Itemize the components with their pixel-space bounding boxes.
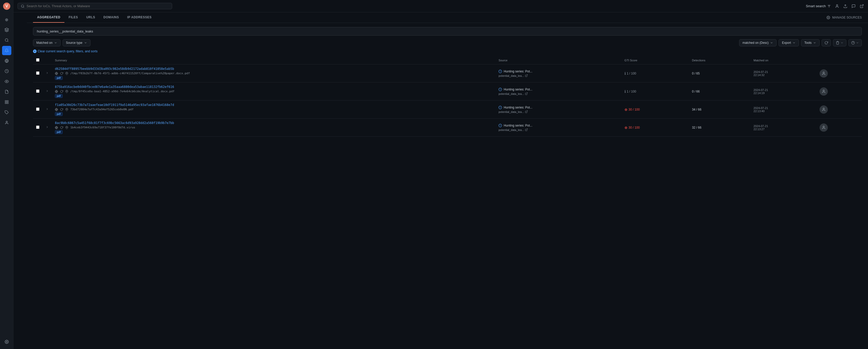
topbar-right: Smart search bbox=[806, 4, 864, 8]
matched-on-filter-btn[interactable]: Matched on bbox=[33, 39, 61, 46]
main-content: AGGREGATED FILES URLS DOMAINS IP ADDRESS… bbox=[27, 12, 868, 349]
detections-col-header: Detections bbox=[689, 56, 750, 64]
detections-cell: 32 / 66 bbox=[689, 119, 750, 137]
sidebar-eye-icon[interactable] bbox=[2, 77, 11, 86]
chevron-down-icon bbox=[54, 41, 57, 44]
score-low-icon: ℹ bbox=[624, 90, 626, 94]
summary-meta: 1b4ceb3f9443c69a718f37fe100f8d7d.virus bbox=[55, 126, 492, 129]
tab-ip-addresses[interactable]: IP ADDRESSES bbox=[123, 12, 156, 23]
sidebar-globe-icon[interactable] bbox=[2, 56, 11, 65]
expand-cell bbox=[42, 64, 52, 83]
matched-date: 2024-07-21 bbox=[753, 106, 813, 109]
summary-meta: /tmp/f03b2b7f-0b7d-45f1-adbb-c46f411520f… bbox=[55, 72, 492, 75]
tools-btn[interactable]: Tools bbox=[801, 39, 819, 46]
chevron-down-icon bbox=[840, 41, 843, 44]
sidebar-settings-icon[interactable] bbox=[2, 337, 11, 346]
export-btn[interactable]: Export bbox=[779, 39, 799, 46]
globe-icon bbox=[55, 90, 58, 93]
row-checkbox[interactable] bbox=[36, 90, 39, 93]
tab-urls[interactable]: URLS bbox=[82, 12, 99, 23]
tab-aggregated[interactable]: AGGREGATED bbox=[33, 12, 64, 23]
manage-sources-btn[interactable]: MANAGE SOURCES bbox=[827, 16, 862, 19]
globe-icon bbox=[55, 72, 58, 75]
global-search-input[interactable] bbox=[27, 4, 169, 8]
sidebar-tag-icon[interactable] bbox=[2, 108, 11, 117]
sort-btn[interactable]: matched on (Desc) bbox=[739, 39, 776, 46]
row-checkbox-cell bbox=[33, 64, 42, 83]
external-link-icon[interactable] bbox=[525, 128, 528, 131]
refresh-btn[interactable] bbox=[822, 39, 831, 46]
row-checkbox[interactable] bbox=[36, 107, 39, 111]
clear-filter-link[interactable]: ✕ Clear current search query, filters, a… bbox=[33, 50, 862, 53]
select-all-col bbox=[33, 56, 42, 64]
gti-score-cell: ⊕ 30 / 100 bbox=[621, 100, 689, 119]
source-label[interactable]: Hunting series: Pot... bbox=[504, 88, 532, 91]
chevron-down-icon bbox=[813, 41, 816, 44]
row-checkbox[interactable] bbox=[36, 71, 39, 75]
source-label[interactable]: Hunting series: Pot... bbox=[504, 106, 532, 109]
sidebar-search-icon[interactable] bbox=[2, 36, 11, 45]
svg-point-49 bbox=[823, 126, 824, 127]
source-type-filter-btn[interactable]: Source type bbox=[63, 39, 90, 46]
source-icon bbox=[498, 70, 502, 73]
table-row: d625844ff88957beebb9d33d3ba093c982e58db9… bbox=[33, 64, 862, 83]
app-logo[interactable]: V bbox=[3, 2, 11, 10]
gti-score-value: ⊕ 30 / 100 bbox=[624, 126, 686, 130]
sidebar-document-icon[interactable] bbox=[2, 87, 11, 96]
user-avatar-icon bbox=[822, 71, 826, 75]
hash-value[interactable]: 875ba916acbe0dd40fbced87e6a4e1a35aaa6880… bbox=[55, 85, 492, 89]
help-btn[interactable] bbox=[848, 39, 862, 46]
external-link-icon[interactable] bbox=[525, 74, 528, 77]
avatar-cell bbox=[816, 119, 862, 137]
chat-icon-btn[interactable] bbox=[851, 4, 856, 8]
matched-date: 2024-07-21 bbox=[753, 125, 813, 128]
svg-point-7 bbox=[6, 81, 7, 82]
source-label[interactable]: Hunting series: Pot... bbox=[504, 124, 532, 127]
refresh-small-icon bbox=[60, 126, 63, 129]
sidebar-bell-icon[interactable] bbox=[2, 46, 11, 55]
detections-cell: 0 / 66 bbox=[689, 83, 750, 100]
person-icon-btn[interactable] bbox=[835, 4, 839, 8]
arrow-right-icon bbox=[45, 126, 49, 129]
global-search-bar[interactable] bbox=[18, 3, 172, 9]
results-table-container: Summary Source GTI Score Detections Matc bbox=[33, 56, 862, 137]
smart-search-button[interactable]: Smart search bbox=[806, 4, 831, 8]
matched-on-cell: 2024-07-21 22:14:32 bbox=[750, 64, 816, 83]
gti-score-cell: ⊕ 30 / 100 bbox=[621, 119, 689, 137]
hash-value[interactable]: 8ac9b8c6867c5a451f68c81f7f3c69bc5663ac6d… bbox=[55, 121, 492, 125]
avatar bbox=[819, 87, 828, 96]
avatar bbox=[819, 124, 828, 132]
hash-value[interactable]: f1a05a30d26c73b7a72aaefeae10df1911f9a514… bbox=[55, 103, 492, 107]
svg-line-30 bbox=[526, 74, 528, 76]
sidebar-history-icon[interactable] bbox=[2, 66, 11, 76]
sidebar-user-circle-icon[interactable] bbox=[2, 118, 11, 127]
hash-value[interactable]: d625844ff88957beebb9d33d3ba093c982e58db9… bbox=[55, 67, 492, 71]
user-avatar-icon bbox=[822, 126, 826, 130]
tab-files[interactable]: FILES bbox=[64, 12, 82, 23]
svg-line-3 bbox=[7, 41, 8, 42]
expand-cell bbox=[42, 119, 52, 137]
matched-on-cell: 2024-07-21 22:13:40 bbox=[750, 100, 816, 119]
gti-score-col-header: GTI Score bbox=[621, 56, 689, 64]
sidebar-grid-icon[interactable] bbox=[2, 97, 11, 107]
tab-domains[interactable]: DOMAINS bbox=[99, 12, 123, 23]
row-checkbox[interactable] bbox=[36, 126, 39, 129]
upload-icon-btn[interactable] bbox=[843, 4, 847, 8]
ruleset-search-field[interactable]: hunting_series__potential_data_leaks bbox=[33, 27, 862, 36]
external-link-icon-btn[interactable] bbox=[860, 4, 864, 8]
gti-score-value: ⊕ 30 / 100 bbox=[624, 107, 686, 112]
matched-on-cell: 2024-07-21 22:13:27 bbox=[750, 119, 816, 137]
external-link-icon[interactable] bbox=[525, 110, 528, 113]
svg-rect-10 bbox=[7, 102, 8, 104]
source-label[interactable]: Hunting series: Pot... bbox=[504, 70, 532, 73]
detections-value: 34 / 66 bbox=[692, 108, 702, 112]
gti-score-value: ℹ 1 / 100 bbox=[624, 90, 686, 94]
delete-btn[interactable] bbox=[833, 39, 846, 46]
select-all-checkbox[interactable] bbox=[36, 58, 39, 62]
score-number: 1 / 100 bbox=[627, 90, 636, 93]
row-checkbox-cell bbox=[33, 100, 42, 119]
sidebar-home-icon[interactable]: ⊕ bbox=[2, 15, 11, 24]
source-name-row: Hunting series: Pot... bbox=[498, 124, 618, 127]
sidebar-layers-icon[interactable] bbox=[2, 25, 11, 35]
external-link-icon[interactable] bbox=[525, 92, 528, 95]
